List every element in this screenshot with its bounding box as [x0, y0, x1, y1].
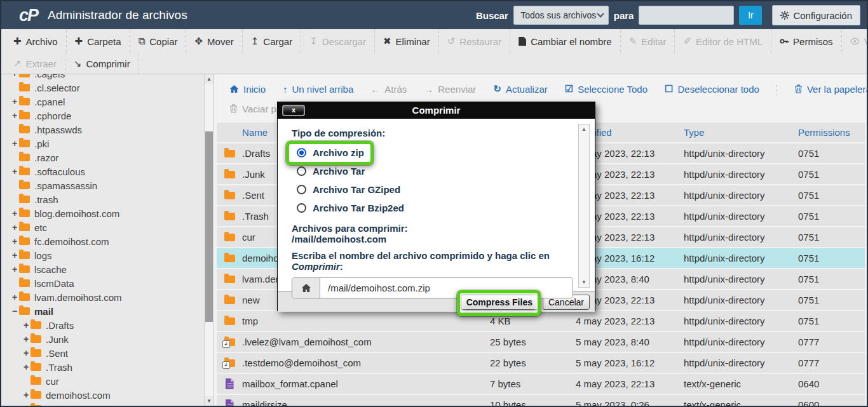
sidebar-item-cagefs[interactable]: +.cagefs: [1, 74, 203, 81]
scroll-down-icon[interactable]: ▼: [205, 396, 214, 406]
toolbar-restaurar[interactable]: ↺Restaurar: [439, 29, 510, 53]
radio-button-icon[interactable]: [297, 166, 306, 176]
toolbar-extraer[interactable]: ↗Extraer: [5, 53, 65, 74]
folder-icon: [19, 154, 30, 161]
sidebar-item-cphorde[interactable]: +.cphorde: [1, 109, 203, 123]
sidebar-item-drafts[interactable]: +.Drafts: [1, 318, 203, 332]
expand-icon[interactable]: +: [22, 334, 31, 344]
nav-ver-la-papelera[interactable]: Ver la papelera: [776, 84, 867, 95]
toolbar-mover[interactable]: ✥Mover: [186, 29, 242, 53]
expand-icon[interactable]: +: [22, 320, 31, 330]
expand-icon[interactable]: +: [10, 236, 19, 246]
sidebar-item-logs[interactable]: +logs: [1, 248, 203, 262]
nav-actualizar[interactable]: ↻Actualizar: [493, 83, 547, 95]
expand-icon[interactable]: +: [22, 348, 31, 358]
nav-deseleccionar-todo[interactable]: ☐Deseleccionar todo: [665, 83, 759, 95]
table-row-maildirsize[interactable]: maildirsize10 bytes5 may 2023, 0:26text/…: [217, 395, 865, 406]
radio-button-icon[interactable]: [297, 185, 306, 194]
sidebar-item-partial[interactable]: +: [1, 402, 203, 406]
table-row-testdemo-demoihost-com[interactable]: .testdemo@demoihost_com22 bytes5 may 202…: [217, 353, 865, 373]
expand-icon[interactable]: +: [10, 292, 19, 302]
expand-icon[interactable]: +: [10, 110, 19, 121]
table-row-lvelez-lvam-demoihost-com[interactable]: .lvelez@lvam_demoihost_com25 bytes5 may …: [217, 332, 865, 352]
scroll-up-icon[interactable]: ▲: [205, 74, 214, 84]
nav-atr-s[interactable]: ←Atrás: [370, 84, 407, 95]
sidebar-item-cl-selector[interactable]: .cl.selector: [1, 81, 203, 95]
file-modified: 5 may 2023, 16:12: [576, 357, 684, 368]
toolbar-permisos[interactable]: Permisos: [771, 29, 842, 53]
nav-inicio[interactable]: Inicio: [229, 84, 266, 95]
toolbar-descargar[interactable]: ↧Descargar: [301, 29, 375, 53]
column-header-type[interactable]: Type: [684, 127, 798, 138]
expand-icon[interactable]: +: [22, 404, 31, 406]
folder-icon: [31, 349, 41, 357]
radio-option-archivo-tar-gziped[interactable]: Archivo Tar GZiped: [297, 183, 400, 196]
sidebar-item-trash[interactable]: +.Trash: [1, 360, 203, 374]
toolbar-carpeta[interactable]: ✚Carpeta: [67, 29, 130, 53]
toolbar-editor-de-html[interactable]: ✐Editor de HTML: [675, 29, 771, 53]
sidebar-item-sent[interactable]: +.Sent: [1, 346, 203, 360]
file-type: httpd/unix-directory: [684, 274, 798, 284]
expand-icon[interactable]: +: [10, 138, 19, 149]
search-scope-select[interactable]: Todos sus archivos: [513, 6, 609, 25]
radio-button-icon[interactable]: [297, 203, 306, 213]
scroll-up-icon[interactable]: ▲: [579, 124, 589, 134]
sidebar-item-pki[interactable]: +.pki: [1, 137, 203, 150]
expand-icon[interactable]: +: [10, 97, 19, 107]
sidebar-item-lscmdata[interactable]: lscmData: [1, 276, 203, 290]
sidebar-scrollbar[interactable]: ▲ ▼: [204, 74, 214, 406]
dialog-scrollbar[interactable]: ▲ ▼: [578, 124, 590, 288]
radio-option-archivo-tar[interactable]: Archivo Tar: [297, 164, 365, 177]
toolbar-cargar[interactable]: ↥Cargar: [243, 29, 301, 53]
collapse-icon[interactable]: −: [10, 306, 19, 316]
expand-icon[interactable]: +: [10, 208, 19, 218]
expand-icon[interactable]: +: [22, 390, 31, 400]
sidebar-item-junk[interactable]: +.Junk: [1, 332, 203, 346]
search-go-button[interactable]: Ir: [739, 6, 762, 25]
table-row-tmp[interactable]: tmp4 KB4 may 2023, 22:13httpd/unix-direc…: [217, 311, 865, 331]
sidebar-item-cur[interactable]: cur: [1, 374, 203, 388]
scroll-down-icon[interactable]: ▼: [579, 277, 589, 287]
folder-icon: [19, 84, 30, 91]
sidebar-item-lvam-demoihost-com[interactable]: +lvam.demoihost.com: [1, 290, 203, 304]
column-header-permissions[interactable]: Permissions: [798, 127, 865, 138]
close-icon[interactable]: x: [282, 105, 305, 116]
sidebar-item-demoihost-com[interactable]: +demoihost.com: [1, 388, 203, 402]
sidebar-item-razor[interactable]: .razor: [1, 150, 203, 164]
radio-option-archivo-tar-bzip2ed[interactable]: Archivo Tar Bzip2ed: [297, 201, 404, 214]
toolbar-copiar[interactable]: ⧉Copiar: [130, 29, 187, 53]
sidebar-item-mail[interactable]: −mail: [1, 304, 203, 318]
compress-files-button[interactable]: Compress Files: [461, 295, 538, 310]
expand-icon[interactable]: +: [10, 250, 19, 260]
sidebar-item-label: .Trash: [46, 362, 72, 373]
sidebar-item-cpanel[interactable]: +.cpanel: [1, 95, 203, 109]
settings-button[interactable]: Configuración: [772, 5, 860, 25]
toolbar-eliminar[interactable]: ✖Eliminar: [375, 29, 439, 53]
table-row-mailbox-format-cpanel[interactable]: mailbox_format.cpanel7 bytes4 may 2023, …: [217, 374, 865, 394]
expand-icon[interactable]: +: [22, 362, 31, 372]
sidebar-scrollbar-thumb[interactable]: [205, 131, 213, 322]
sidebar-item-blog-demoihost-com[interactable]: +blog.demoihost.com: [1, 206, 203, 220]
sidebar-item-etc[interactable]: +etc: [1, 220, 203, 234]
sidebar-item-trash[interactable]: .trash: [1, 192, 203, 206]
toolbar-archivo[interactable]: ✚Archivo: [5, 29, 67, 53]
expand-icon[interactable]: +: [10, 222, 19, 232]
toolbar-editar[interactable]: ✎Editar: [621, 29, 675, 53]
sidebar-item-lscache[interactable]: +lscache: [1, 262, 203, 276]
toolbar-ver[interactable]: Ver: [842, 29, 868, 53]
radio-option-archivo-zip[interactable]: Archivo zip: [297, 146, 364, 159]
radio-button-icon[interactable]: [297, 148, 306, 157]
toolbar-cambiar-el-nombre[interactable]: Cambiar el nombre: [510, 29, 621, 53]
search-input[interactable]: [639, 6, 734, 25]
nav-un-nivel-arriba[interactable]: ↑Un nivel arriba: [283, 84, 353, 95]
sidebar-item-softaculous[interactable]: +.softaculous: [1, 164, 203, 178]
sidebar-item-spamassassin[interactable]: .spamassassin: [1, 178, 203, 192]
nav-seleccione-todo[interactable]: ☑Seleccione Todo: [565, 83, 648, 95]
expand-icon[interactable]: +: [10, 74, 19, 79]
expand-icon[interactable]: +: [10, 264, 19, 274]
toolbar-comprimir[interactable]: ↘Comprimir: [65, 53, 139, 74]
sidebar-item-htpasswds[interactable]: .htpasswds: [1, 123, 203, 137]
sidebar-item-fc-demoihost-com[interactable]: +fc.demoihost.com: [1, 234, 203, 248]
nav-reenviar[interactable]: →Reenviar: [424, 84, 476, 95]
expand-icon[interactable]: +: [10, 166, 19, 177]
